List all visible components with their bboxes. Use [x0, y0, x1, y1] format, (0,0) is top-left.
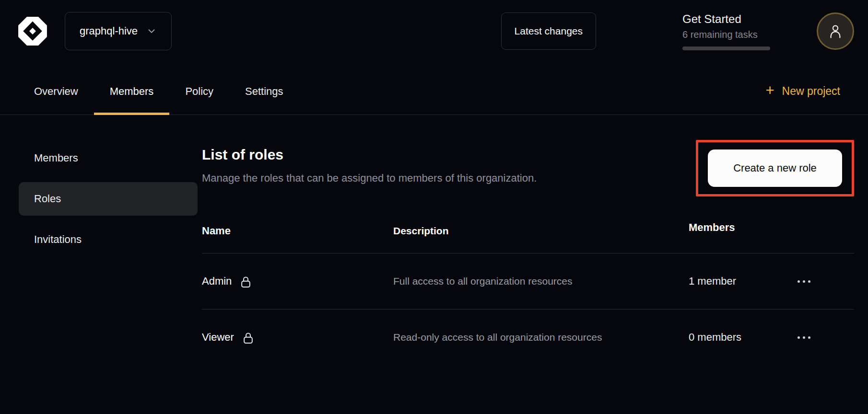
role-members-cell: 1 member — [689, 275, 798, 288]
members-page: Members Roles Invitations List of roles … — [0, 115, 868, 365]
annotation-highlight-box: Create a new role — [696, 140, 854, 196]
latest-changes-button[interactable]: Latest changes — [501, 12, 596, 50]
column-header-name: Name — [202, 221, 393, 241]
sidebar-item-invitations[interactable]: Invitations — [19, 223, 198, 256]
roles-heading-block: List of roles Manage the roles that can … — [202, 146, 537, 185]
row-menu-button[interactable] — [798, 274, 835, 288]
lock-icon — [242, 331, 255, 345]
roles-table-header: Name Description Members — [202, 221, 854, 253]
role-members-cell: 0 members — [689, 331, 798, 344]
role-name: Admin — [202, 275, 232, 288]
tab-members[interactable]: Members — [94, 62, 170, 115]
person-icon — [827, 22, 844, 40]
column-header-members: Members — [689, 221, 798, 241]
roles-content: List of roles Manage the roles that can … — [202, 115, 868, 365]
get-started-title: Get Started — [682, 12, 771, 26]
column-header-actions — [798, 221, 835, 241]
sidebar-item-members[interactable]: Members — [19, 141, 198, 175]
user-avatar[interactable] — [817, 12, 854, 50]
organization-selector[interactable]: graphql-hive — [65, 12, 172, 50]
role-name: Viewer — [202, 331, 234, 344]
get-started-remaining-tasks: 6 remaining tasks — [682, 29, 771, 40]
hive-logo-icon — [17, 15, 48, 47]
tab-overview[interactable]: Overview — [18, 62, 94, 115]
create-new-role-button[interactable]: Create a new role — [708, 150, 842, 187]
role-actions-cell — [798, 274, 835, 288]
sidebar-item-roles[interactable]: Roles — [19, 182, 198, 216]
roles-table: Name Description Members Admin Full acce… — [202, 221, 854, 365]
column-header-description: Description — [393, 221, 689, 241]
role-name-cell: Viewer — [202, 331, 393, 345]
table-row-admin: Admin Full access to all organization re… — [202, 253, 854, 310]
roles-header: List of roles Manage the roles that can … — [202, 146, 854, 196]
new-project-label: New project — [782, 85, 840, 98]
get-started-progress-bar — [682, 46, 770, 50]
lock-icon — [239, 275, 252, 289]
tab-settings[interactable]: Settings — [229, 62, 299, 115]
new-project-button[interactable]: + New project — [765, 62, 840, 115]
plus-icon: + — [765, 83, 774, 98]
page-title: List of roles — [202, 146, 537, 163]
members-sidebar: Members Roles Invitations — [0, 115, 202, 365]
role-description-cell: Full access to all organization resource… — [393, 272, 689, 291]
page-subtitle: Manage the roles that can be assigned to… — [202, 171, 537, 185]
table-row-viewer: Viewer Read-only access to all organizat… — [202, 310, 854, 365]
role-name-cell: Admin — [202, 275, 393, 288]
chevron-down-icon — [146, 26, 157, 36]
top-bar: graphql-hive Latest changes Get Started … — [0, 0, 868, 62]
tab-policy[interactable]: Policy — [169, 62, 229, 115]
row-menu-button[interactable] — [798, 330, 835, 345]
role-actions-cell — [798, 330, 835, 345]
organization-name: graphql-hive — [80, 25, 138, 37]
role-description-cell: Read-only access to all organization res… — [393, 328, 689, 347]
get-started-widget[interactable]: Get Started 6 remaining tasks — [682, 12, 771, 50]
org-tab-bar: Overview Members Policy Settings + New p… — [0, 62, 868, 115]
